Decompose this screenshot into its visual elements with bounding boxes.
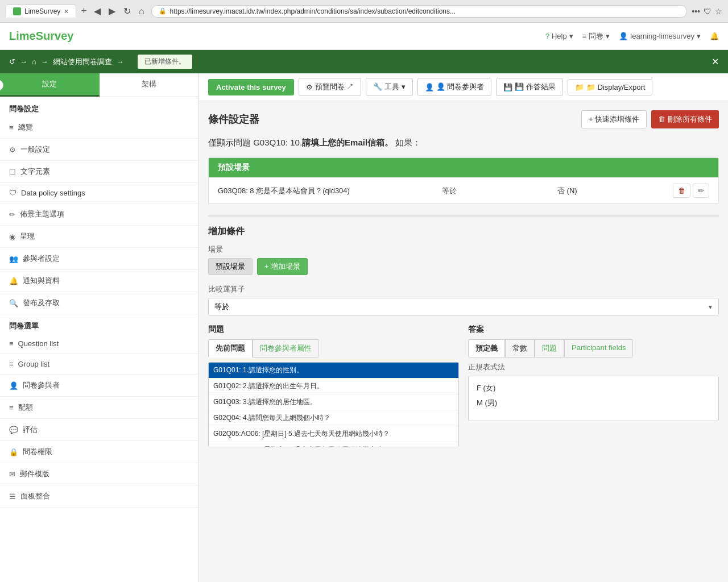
question-list-item[interactable]: G01Q03: 3.請選擇您的居住地區。 [209,394,458,410]
tools-button[interactable]: 🔧 工具 ▾ [366,78,412,96]
question-list-item[interactable]: G01Q01: 1.請選擇您的性別。 [209,363,458,379]
survey-menu-icon: ≡ [582,32,587,40]
help-chevron-icon: ▾ [569,32,573,40]
question-list-item[interactable]: G02Q05:AO06: [星期日] 5.過去七天每天使用網站幾小時？ [209,426,458,442]
browser-tab[interactable]: LimeSurvey ✕ [6,5,76,18]
star-icon[interactable]: ☆ [715,7,722,16]
tab-predefined[interactable]: 預定義 [468,339,505,357]
quick-add-condition-button[interactable]: + 快速添增條件 [581,110,647,128]
quota-icon: ≡ [9,404,14,412]
responses-label: 💾 作答結果 [515,82,556,92]
help-button[interactable]: ? Help ▾ [545,32,573,40]
sidebar-item-participants-settings[interactable]: 👥 參與者設定 [0,248,198,270]
back-button[interactable]: ◀ [92,5,103,18]
tab-constant[interactable]: 常數 [505,339,535,357]
add-condition-title: 增加條件 [208,226,719,238]
answer-list-item[interactable]: F (女) [473,381,714,396]
tab-structure[interactable]: 架構 [100,73,199,97]
participants-button[interactable]: 👤 👤 問卷參與者 [417,78,492,96]
notification-close-button[interactable]: ✕ [712,56,719,67]
tab-participant-fields[interactable]: Participant fields [564,339,633,357]
default-scenario-tab[interactable]: 預設場景 [208,258,253,275]
sidebar-item-question-list[interactable]: ≡ Question list [0,334,198,354]
action-bar: Activate this survey ⚙ 預覽問卷 ↗ 🔧 工具 ▾ 👤 👤… [199,73,728,101]
sidebar-item-survey-participants[interactable]: 👤 問卷參與者 [0,375,198,397]
browser-nav: ◀ ▶ ↻ ⌂ [92,5,147,18]
topnav-right: ? Help ▾ ≡ 問卷 ▾ 👤 learning-limesurvey ▾ … [545,31,719,41]
question-list-icon: ≡ [9,339,14,348]
logo[interactable]: LimeSurvey [9,30,73,43]
help-label: Help [552,32,567,40]
responses-button[interactable]: 💾 💾 作答結果 [496,78,563,96]
browser-chrome: LimeSurvey ✕ + ◀ ▶ ↻ ⌂ 🔒 https://limesur… [0,0,728,23]
user-label: learning-limesurvey [630,32,694,40]
add-scenario-button[interactable]: + 增加場景 [257,258,308,275]
sidebar-item-assessment[interactable]: 💬 評估 [0,419,198,441]
address-bar[interactable]: 🔒 https://limesurvey.imacat.idv.tw/index… [151,5,688,18]
sidebar-item-publish[interactable]: 🔍 發布及存取 [0,292,198,314]
answer-list-item[interactable]: M (男) [473,396,714,410]
operator-select[interactable]: 等於 [208,298,719,315]
notification-icon: 🔔 [9,277,18,285]
sidebar-item-group-list[interactable]: ≡ Group list [0,354,198,375]
breadcrumb-home-icon[interactable]: ⌂ [32,57,36,66]
question-list-item[interactable]: G02Q05:AO05: [星期六] 5.過去七天每天使用網站幾小時？ [209,442,458,447]
sidebar-item-data-policy[interactable]: 🛡 Data policy settings [0,183,198,203]
breadcrumb-arrow2-icon: → [41,57,48,66]
operator-field-label: 比較運算子 [208,284,719,294]
shield-icon: 🛡 [704,7,712,16]
sidebar-item-notification[interactable]: 🔔 通知與資料 [0,270,198,292]
sidebar-item-presentation[interactable]: ◉ 呈現 [0,226,198,248]
sidebar-item-permissions[interactable]: 🔒 問卷權限 [0,441,198,463]
breadcrumb-title[interactable]: 網站使用問卷調查 [53,57,112,67]
notification-button[interactable]: 🔔 [710,32,719,40]
forward-button[interactable]: ▶ [106,5,118,18]
survey-menu-button[interactable]: ≡ 問卷 ▾ [582,31,610,41]
edit-condition-button[interactable]: ✏ [693,184,709,198]
user-icon: 👤 [619,32,628,40]
delete-all-conditions-button[interactable]: 🗑 刪除所有條件 [651,110,719,128]
home-button[interactable]: ⌂ [136,5,147,18]
breadcrumb-arrow-icon: → [20,57,27,66]
tab-participant-attribute[interactable]: 問卷參與者屬性 [253,339,319,357]
sidebar-item-general[interactable]: ⚙ 一般設定 [0,139,198,161]
condition-operator: 等於 [442,186,551,196]
new-tab-button[interactable]: + [81,5,87,17]
breadcrumb-arrow3-icon: → [117,57,124,66]
question-list-item[interactable]: G02Q04: 4.請問您每天上網幾個小時？ [209,410,458,426]
sidebar-item-overview[interactable]: ≡ 總覽 [0,117,198,139]
survey-menu-title: 問卷選單 [0,314,198,334]
question-display-bold: 請填上您的Email信箱。 [302,138,393,147]
question-column: 問題 先前問題 問卷參與者屬性 G01Q01: 1.請選擇您的性別。 G01Q0… [208,325,459,447]
tab-previous-question[interactable]: 先前問題 [208,339,253,357]
preview-survey-button[interactable]: ⚙ 預覽問卷 ↗ [299,78,362,96]
display-export-button[interactable]: 📁 📁 Display/Export [568,79,652,95]
survey-menu-label: 問卷 [589,31,603,41]
survey-settings-title: 問卷設定 [0,97,198,117]
activate-survey-button[interactable]: Activate this survey [208,79,294,95]
sidebar-item-text[interactable]: ☐ 文字元素 [0,161,198,183]
success-notification: 已新增條件。 [138,55,192,69]
tab-settings[interactable]: 設定 [0,73,100,97]
sidebar-item-panel-integration[interactable]: ☰ 面板整合 [0,485,198,508]
group-list-icon: ≡ [9,360,14,368]
tab-question-answer[interactable]: 問題 [535,339,564,357]
user-menu-button[interactable]: 👤 learning-limesurvey ▾ [619,32,701,40]
sidebar-item-overview-label: 總覽 [18,122,33,132]
preview-icon: ⚙ [306,83,313,92]
question-list-item[interactable]: G01Q02: 2.請選擇您的出生年月日。 [209,379,458,394]
sidebar-item-notification-label: 通知與資料 [23,276,60,286]
sidebar-item-email-templates-label: 郵件模版 [20,469,49,479]
delete-condition-button[interactable]: 🗑 [673,184,690,198]
question-listbox[interactable]: G01Q01: 1.請選擇您的性別。 G01Q02: 2.請選擇您的出生年月日。… [208,362,459,447]
preview-label: 預覽問卷 ↗ [315,82,354,92]
sidebar-item-assessment-label: 評估 [23,425,38,435]
sidebar-item-email-templates[interactable]: ✉ 郵件模版 [0,463,198,485]
scenario-tabs: 預設場景 + 增加場景 [208,258,719,275]
tab-close[interactable]: ✕ [64,8,69,15]
refresh-button[interactable]: ↻ [121,5,133,18]
sidebar-item-quota[interactable]: ≡ 配額 [0,397,198,419]
sidebar-item-theme[interactable]: ✏ 佈景主題選項 [0,203,198,226]
more-icon[interactable]: ••• [692,7,700,16]
answer-listbox[interactable]: F (女) M (男) [468,376,719,421]
